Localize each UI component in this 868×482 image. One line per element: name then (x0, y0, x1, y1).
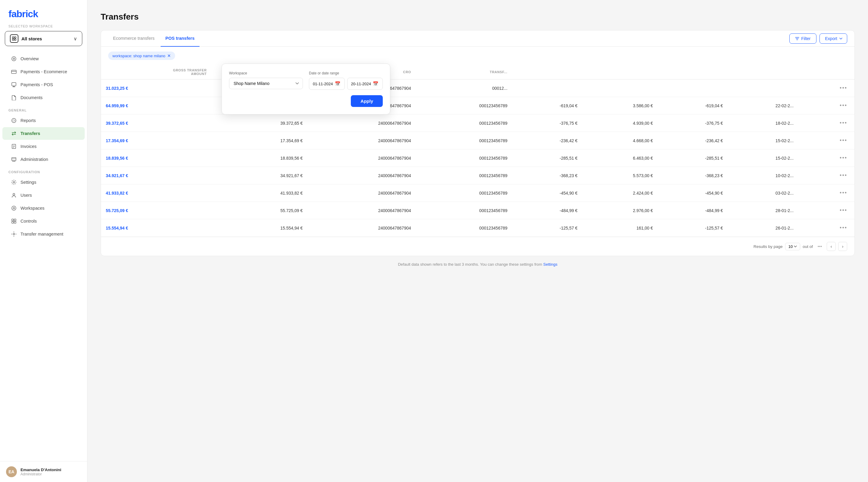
nav-main: Overview Payments - Ecommerce Payments -… (0, 52, 87, 104)
gross-amount-link[interactable]: 31.023,25 € (106, 86, 128, 91)
sidebar-item-payments-pos[interactable]: Payments - POS (2, 78, 85, 91)
svg-point-24 (12, 206, 16, 210)
more-actions-button[interactable]: ••• (837, 189, 849, 197)
row-actions[interactable]: ••• (798, 167, 855, 184)
svg-rect-26 (12, 219, 13, 221)
row-cell[interactable]: 39.372,65 € (101, 115, 212, 132)
users-icon (11, 192, 17, 198)
transfers-card: Ecommerce transfers POS transfers Filter… (101, 30, 855, 256)
row-cell[interactable]: 55.725,09 € (101, 202, 212, 219)
filter-tag[interactable]: workspace: shop name milano ✕ (108, 52, 175, 60)
row-actions[interactable]: ••• (798, 132, 855, 150)
chevron-down-icon (839, 37, 843, 40)
tab-ecommerce[interactable]: Ecommerce transfers (108, 30, 159, 47)
documents-label: Documents (21, 95, 42, 100)
settings-icon (11, 179, 17, 185)
row-actions[interactable]: ••• (798, 79, 855, 97)
more-actions-button[interactable]: ••• (837, 84, 849, 93)
tabs-row: Ecommerce transfers POS transfers Filter… (101, 30, 855, 47)
gross-amount-link[interactable]: 55.725,09 € (106, 208, 128, 213)
footer-settings-link[interactable]: Settings (544, 262, 558, 267)
sidebar-item-payments-ecommerce[interactable]: Payments - Ecommerce (2, 65, 85, 78)
row-actions[interactable]: ••• (798, 184, 855, 202)
sidebar-item-transfer-management[interactable]: Transfer management (2, 228, 85, 240)
row-actions[interactable]: ••• (798, 97, 855, 115)
filter-panel: Workspace Shop Name Milano Date or date … (221, 64, 390, 115)
date-to-value: 20-11-2024 (351, 82, 371, 86)
sidebar-item-users[interactable]: Users (2, 189, 85, 201)
more-actions-button[interactable]: ••• (837, 224, 849, 232)
row-cell[interactable]: 17.354,69 € (101, 132, 212, 150)
general-section-label: GENERAL (0, 104, 87, 114)
workspace-filter-select[interactable]: Shop Name Milano (229, 78, 303, 89)
logo-area: fabrick (0, 0, 87, 24)
row-cell: 18.839,56 € (212, 150, 307, 167)
date-to-input[interactable]: 20-11-2024 📅 (347, 78, 383, 90)
row-cell[interactable]: 34.921,67 € (101, 167, 212, 184)
transfer-management-icon (11, 231, 17, 237)
sidebar-item-overview[interactable]: Overview (2, 53, 85, 65)
row-cell: 24000647867904 (307, 219, 416, 237)
more-actions-button[interactable]: ••• (837, 119, 849, 127)
sidebar-item-workspaces[interactable]: Workspaces (2, 202, 85, 215)
gross-amount-link[interactable]: 64.959,99 € (106, 103, 128, 108)
page-size-selector[interactable]: 10 (785, 243, 800, 250)
export-button[interactable]: Export (819, 33, 847, 44)
row-cell: -285,51 € (513, 150, 582, 167)
row-cell: -368,23 € (513, 167, 582, 184)
row-cell: 24000647867904 (307, 167, 416, 184)
gross-amount-link[interactable]: 41.933,82 € (106, 191, 128, 195)
date-filter-label: Date or date range (309, 71, 383, 75)
sidebar-item-reports[interactable]: Reports (2, 114, 85, 127)
row-actions[interactable]: ••• (798, 219, 855, 237)
workspace-icon (10, 34, 19, 43)
payments-pos-label: Payments - POS (21, 82, 53, 87)
row-actions[interactable]: ••• (798, 115, 855, 132)
gross-amount-link[interactable]: 34.921,67 € (106, 173, 128, 178)
overview-label: Overview (21, 56, 38, 61)
more-actions-button[interactable]: ••• (837, 154, 849, 162)
row-cell: -285,51 € (658, 150, 727, 167)
date-from-input[interactable]: 01-11-2024 📅 (309, 78, 345, 90)
row-cell[interactable]: 18.839,56 € (101, 150, 212, 167)
sidebar-item-settings[interactable]: Settings (2, 176, 85, 189)
workspace-selector[interactable]: All stores ∨ (5, 31, 82, 46)
page-prev-button[interactable]: ‹ (827, 242, 836, 251)
gross-amount-link[interactable]: 15.554,94 € (106, 226, 128, 230)
row-cell: 161,00 € (582, 219, 658, 237)
sidebar-item-transfers[interactable]: Transfers (2, 127, 85, 140)
sidebar-item-documents[interactable]: Documents (2, 91, 85, 104)
apply-button[interactable]: Apply (351, 95, 383, 107)
filter-button[interactable]: Filter (789, 33, 816, 44)
sidebar-footer: EA Emanuela D'Antonini Administrator (0, 461, 87, 482)
more-actions-button[interactable]: ••• (837, 206, 849, 215)
page-next-button[interactable]: › (838, 242, 847, 251)
more-actions-button[interactable]: ••• (837, 101, 849, 110)
payments-pos-icon (11, 82, 17, 88)
tab-pos[interactable]: POS transfers (161, 30, 199, 47)
row-cell (658, 79, 727, 97)
row-cell[interactable]: 41.933,82 € (101, 184, 212, 202)
filter-tag-remove-icon[interactable]: ✕ (167, 53, 171, 58)
row-cell: 55.725,09 € (212, 202, 307, 219)
pagination: Results by page 10 out of ••• ‹ › (101, 237, 855, 256)
transfers-table: GROSS TRANSFERAMOUNT NET TRANSFERAMOUNT … (101, 65, 855, 237)
row-cell[interactable]: 64.959,99 € (101, 97, 212, 115)
sidebar-item-administration[interactable]: Administration (2, 153, 85, 166)
sidebar-item-invoices[interactable]: Invoices (2, 140, 85, 153)
gross-amount-link[interactable]: 17.354,69 € (106, 138, 128, 143)
more-actions-button[interactable]: ••• (837, 136, 849, 145)
sidebar-item-controls[interactable]: Controls (2, 215, 85, 227)
gross-amount-link[interactable]: 39.372,65 € (106, 121, 128, 126)
row-actions[interactable]: ••• (798, 202, 855, 219)
gross-amount-link[interactable]: 18.839,56 € (106, 156, 128, 161)
row-cell: 000123456789 (416, 132, 513, 150)
row-actions[interactable]: ••• (798, 150, 855, 167)
row-cell[interactable]: 15.554,94 € (101, 219, 212, 237)
row-cell: 22-02-2... (728, 97, 798, 115)
table-row: 18.839,56 €18.839,56 €240006478679040001… (101, 150, 855, 167)
row-cell[interactable]: 31.023,25 € (101, 79, 212, 97)
table-row: 55.725,09 €55.725,09 €240006478679040001… (101, 202, 855, 219)
more-actions-button[interactable]: ••• (837, 171, 849, 180)
overview-icon (11, 56, 17, 62)
